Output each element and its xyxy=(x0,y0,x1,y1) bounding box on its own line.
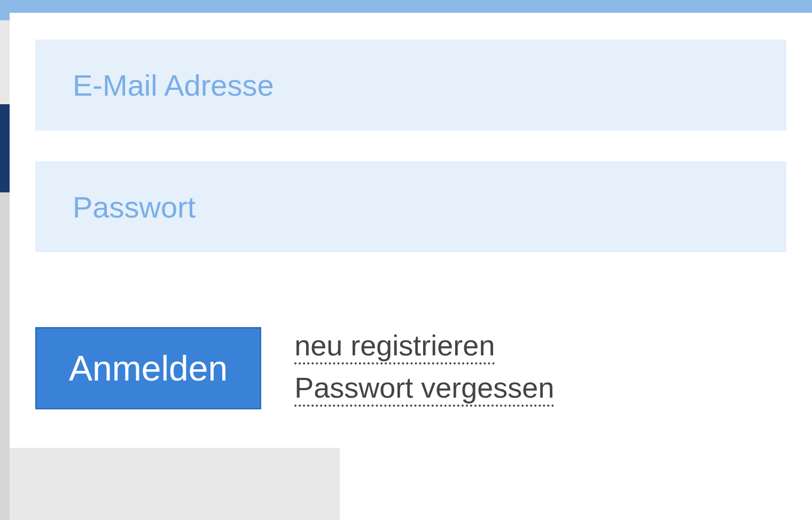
login-actions: Anmelden neu registrieren Passwort verge… xyxy=(35,327,786,409)
forgot-password-link[interactable]: Passwort vergessen xyxy=(294,372,554,407)
register-link[interactable]: neu registrieren xyxy=(294,330,495,364)
email-field[interactable] xyxy=(35,40,786,130)
login-links: neu registrieren Passwort vergessen xyxy=(294,330,554,407)
sidebar-accent-gray xyxy=(0,192,10,520)
login-button[interactable]: Anmelden xyxy=(35,327,261,409)
sidebar-accent-dark xyxy=(0,104,10,192)
login-panel: Anmelden neu registrieren Passwort verge… xyxy=(10,13,812,448)
bottom-strip xyxy=(340,448,812,520)
password-field[interactable] xyxy=(35,161,786,252)
